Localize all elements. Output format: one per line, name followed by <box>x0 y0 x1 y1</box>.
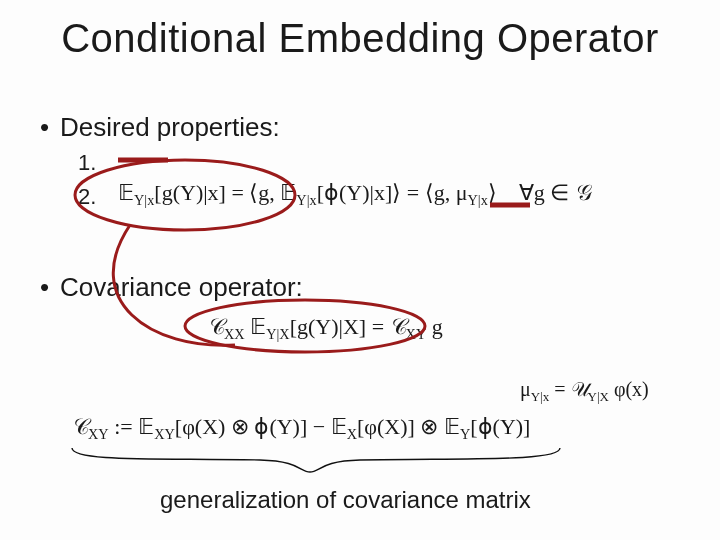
slide: Conditional Embedding Operator •Desired … <box>0 0 720 540</box>
bullet-covariance: •Covariance operator: <box>40 272 303 303</box>
annotation-layer <box>0 0 720 540</box>
number-1: 1. <box>78 150 96 176</box>
page-title: Conditional Embedding Operator <box>0 16 720 61</box>
bullet-covariance-text: Covariance operator: <box>60 272 303 302</box>
equation-desired-2: 𝔼Y|x[g(Y)|x] = ⟨g, 𝔼Y|x[ϕ(Y)|x]⟩ = ⟨g, μ… <box>118 180 591 209</box>
equation-mu-definition: μY|x = 𝒰Y|X φ(x) <box>520 378 649 405</box>
bullet-desired-text: Desired properties: <box>60 112 280 142</box>
caption-generalization: generalization of covariance matrix <box>160 486 531 514</box>
equation-cxy-definition: 𝒞XY := 𝔼XY[φ(X) ⊗ ϕ(Y)] − 𝔼X[φ(X)] ⊗ 𝔼Y[… <box>72 414 530 443</box>
bullet-dot-icon-2: • <box>40 272 60 303</box>
equation-covariance-relation: 𝒞XX 𝔼Y|X[g(Y)|X] = 𝒞XY g <box>208 314 443 343</box>
bullet-desired: •Desired properties: <box>40 112 280 143</box>
bullet-dot-icon: • <box>40 112 60 143</box>
number-2: 2. <box>78 184 96 210</box>
underbrace-icon <box>72 448 560 472</box>
